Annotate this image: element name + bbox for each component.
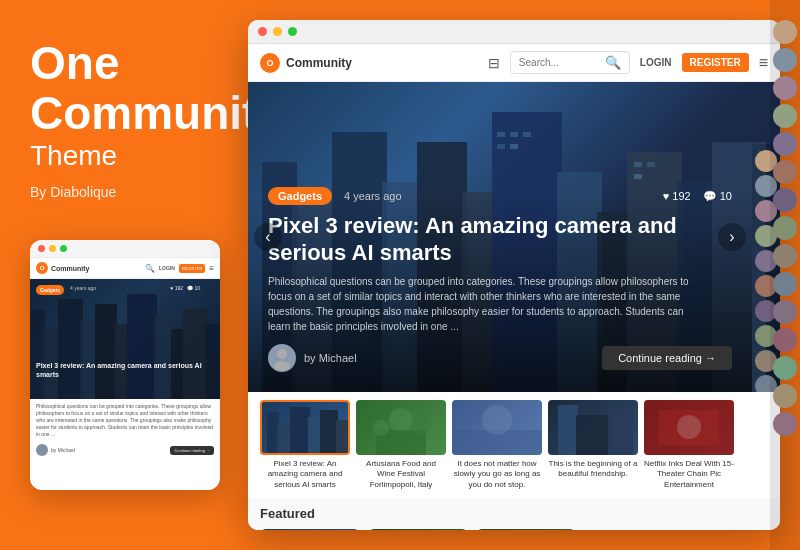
svg-rect-28 <box>634 162 642 167</box>
browser-logo-area: O Community <box>260 53 352 73</box>
browser-featured-section: Featured <box>248 498 780 530</box>
phone-dot-green <box>60 245 67 252</box>
phone-nav: O Community 🔍 LOGIN REGISTER ≡ <box>30 258 220 279</box>
hero-author-row: by Michael Continue reading → <box>268 344 732 372</box>
svg-rect-34 <box>277 422 292 455</box>
featured-title: Featured <box>260 506 768 521</box>
browser-login-button[interactable]: LOGIN <box>640 57 672 68</box>
browser-menu-icon[interactable]: ≡ <box>759 54 768 72</box>
thumbnail-item-0[interactable]: Pixel 3 review: An amazing camera and se… <box>260 400 350 490</box>
brand-title-line1: One <box>30 40 119 86</box>
svg-point-31 <box>277 349 287 359</box>
svg-rect-35 <box>290 407 310 455</box>
hero-likes: ♥ 192 <box>663 190 691 202</box>
thumbnail-item-1[interactable]: Artusiana Food and Wine Festival Forlimp… <box>356 400 446 490</box>
thumbnail-title-2: It does not matter how slowly you go as … <box>452 459 542 490</box>
hero-author: by Michael <box>268 344 357 372</box>
featured-card-0[interactable] <box>260 529 360 530</box>
phone-author-avatar <box>36 444 48 456</box>
page-sidebar-avatar-2 <box>773 48 797 72</box>
phone-login-button[interactable]: LOGIN <box>159 265 175 271</box>
brand-by: By Diabolique <box>30 184 116 200</box>
phone-author-row: by Michael Continue reading → <box>30 442 220 460</box>
phone-nav-right: 🔍 LOGIN REGISTER ≡ <box>145 264 214 273</box>
page-sidebar-avatar-13 <box>773 356 797 380</box>
phone-register-button[interactable]: REGISTER <box>179 264 205 273</box>
page-sidebar-avatar-15 <box>773 412 797 436</box>
hero-author-label: by Michael <box>304 352 357 364</box>
page-sidebar-avatar-10 <box>773 272 797 296</box>
page-sidebar-avatar-12 <box>773 328 797 352</box>
page-sidebar-avatar-8 <box>773 216 797 240</box>
browser-search-input[interactable] <box>519 57 599 68</box>
thumbnail-img-0 <box>260 400 350 455</box>
phone-menu-icon[interactable]: ≡ <box>209 264 214 273</box>
phone-hero-time: 4 years ago <box>70 285 96 291</box>
hero-author-avatar <box>268 344 296 372</box>
thumbnail-item-4[interactable]: Netflix Inks Deal With 15-Theater Chain … <box>644 400 734 490</box>
phone-author-info: by Michael <box>36 444 75 456</box>
phone-likes-count: ♥ 192 <box>170 285 183 291</box>
browser-mockup: O Community ⊟ 🔍 LOGIN REGISTER ≡ <box>248 20 780 530</box>
phone-comments-count: 💬 10 <box>187 285 200 291</box>
hero-next-arrow[interactable]: › <box>718 223 746 251</box>
phone-excerpt: Philosophical questions can be grouped i… <box>30 399 220 442</box>
browser-site-name: Community <box>286 56 352 70</box>
thumbnail-item-2[interactable]: It does not matter how slowly you go as … <box>452 400 542 490</box>
hero-stats: ♥ 192 💬 10 <box>663 190 732 203</box>
svg-rect-30 <box>634 174 642 179</box>
phone-titlebar <box>30 240 220 258</box>
thumbnail-item-3[interactable]: This is the beginning of a beautiful fri… <box>548 400 638 490</box>
left-panel: One Communit.. Theme By Diabolique O Com… <box>0 0 230 550</box>
thumbnail-title-4: Netflix Inks Deal With 15-Theater Chain … <box>644 459 734 490</box>
thumbnail-img-2 <box>452 400 542 455</box>
hero-meta: Gadgets 4 years ago ♥ 192 💬 10 <box>268 187 732 205</box>
browser-thumbnails-row: Pixel 3 review: An amazing camera and se… <box>248 392 780 498</box>
hero-continue-button[interactable]: Continue reading → <box>602 346 732 370</box>
svg-rect-45 <box>558 405 578 455</box>
svg-rect-37 <box>320 410 338 455</box>
svg-point-42 <box>411 415 431 435</box>
svg-rect-29 <box>647 162 655 167</box>
page-sidebar-avatar-11 <box>773 300 797 324</box>
browser-list-icon[interactable]: ⊟ <box>488 55 500 71</box>
svg-point-44 <box>482 405 512 435</box>
thumbnail-img-3 <box>548 400 638 455</box>
phone-continue-link[interactable]: Continue reading → <box>170 446 214 455</box>
page-sidebar-avatar-4 <box>773 104 797 128</box>
svg-rect-23 <box>497 132 505 137</box>
svg-point-41 <box>373 420 389 436</box>
phone-dot-yellow <box>49 245 56 252</box>
featured-card-1[interactable] <box>368 529 468 530</box>
browser-search-box: 🔍 <box>510 51 630 74</box>
page-sidebar-avatar-1 <box>773 20 797 44</box>
svg-rect-47 <box>608 410 633 455</box>
page-sidebar-avatar-7 <box>773 188 797 212</box>
browser-logo-circle: O <box>260 53 280 73</box>
browser-search-icon[interactable]: 🔍 <box>605 55 621 70</box>
svg-rect-36 <box>308 417 322 455</box>
featured-card-2[interactable] <box>476 529 576 530</box>
browser-register-button[interactable]: REGISTER <box>682 53 749 72</box>
phone-search-icon[interactable]: 🔍 <box>145 264 155 273</box>
phone-logo-icon: O <box>36 262 48 274</box>
phone-site-name: Community <box>51 265 90 272</box>
hero-title: Pixel 3 review: An amazing camera and se… <box>268 213 698 266</box>
hero-prev-arrow[interactable]: ‹ <box>254 223 282 251</box>
thumbnail-title-3: This is the beginning of a beautiful fri… <box>548 459 638 480</box>
svg-point-50 <box>677 415 701 439</box>
thumbnail-title-1: Artusiana Food and Wine Festival Forlimp… <box>356 459 446 490</box>
svg-rect-26 <box>497 144 505 149</box>
hero-content: Gadgets 4 years ago ♥ 192 💬 10 Pixel 3 r… <box>248 187 752 392</box>
hero-time: 4 years ago <box>344 190 401 202</box>
svg-point-32 <box>274 361 290 371</box>
page-right-sidebar <box>770 0 800 550</box>
phone-mockup: O Community 🔍 LOGIN REGISTER ≡ <box>30 240 220 490</box>
page-sidebar-avatar-9 <box>773 244 797 268</box>
phone-hero-tag: Gadgets <box>36 285 64 295</box>
svg-rect-38 <box>336 420 348 455</box>
page-sidebar-avatar-5 <box>773 132 797 156</box>
svg-rect-46 <box>576 415 611 455</box>
browser-dot-yellow <box>273 27 282 36</box>
browser-nav: O Community ⊟ 🔍 LOGIN REGISTER ≡ <box>248 44 780 82</box>
